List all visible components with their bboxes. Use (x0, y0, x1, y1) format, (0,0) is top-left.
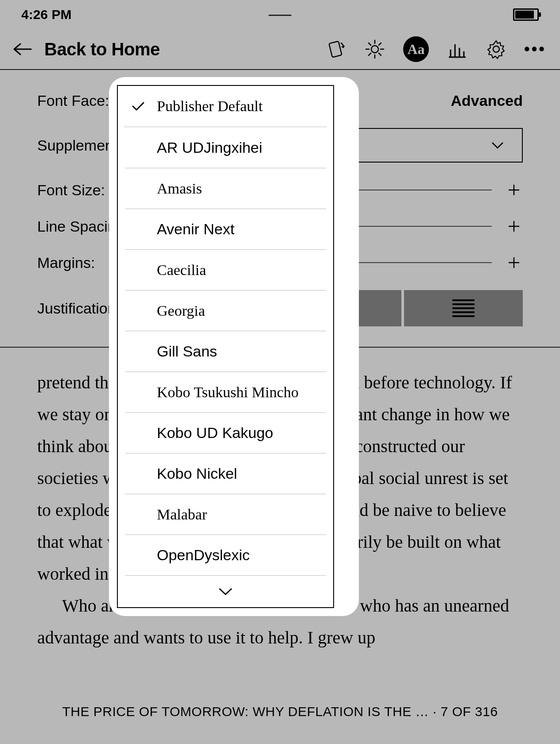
font-face-dropdown: Publisher Default AR UDJingxihei Amasis … (117, 85, 351, 608)
margins-increase[interactable] (505, 254, 523, 271)
chevron-down-icon (491, 141, 504, 149)
font-menu-more[interactable] (125, 575, 326, 607)
font-option-opendyslexic[interactable]: OpenDyslexic (125, 535, 326, 575)
svg-line-7 (379, 53, 381, 55)
font-option-amasis[interactable]: Amasis (125, 168, 326, 209)
font-option-publisher-default[interactable]: Publisher Default (118, 86, 333, 127)
page-footer: THE PRICE OF TOMORROW: WHY DEFLATION IS … (0, 704, 560, 719)
font-option-malabar[interactable]: Malabar (125, 494, 326, 535)
top-nav: Back to Home Aa ••• (0, 29, 560, 70)
font-option-label: Amasis (157, 180, 202, 197)
advanced-link[interactable]: Advanced (451, 92, 523, 109)
svg-point-15 (493, 46, 499, 52)
justify-full-button[interactable] (404, 290, 523, 326)
chevron-down-icon (218, 587, 233, 596)
font-option-label: Publisher Default (157, 98, 263, 115)
check-icon (131, 101, 145, 112)
font-option-label: Malabar (157, 506, 207, 523)
font-option-avenir-next[interactable]: Avenir Next (125, 209, 326, 249)
font-settings-icon[interactable]: Aa (403, 36, 429, 62)
font-option-label: Kobo UD Kakugo (157, 424, 273, 442)
font-option-label: Kobo Nickel (157, 465, 237, 482)
clock: 4:26 PM (21, 7, 71, 22)
font-option-caecilia[interactable]: Caecilia (125, 249, 326, 290)
gear-icon[interactable] (486, 39, 507, 60)
brightness-icon[interactable] (364, 39, 385, 60)
font-option-kobo-ud-kakugo[interactable]: Kobo UD Kakugo (125, 412, 326, 453)
font-option-label: Caecilia (157, 262, 206, 279)
font-option-label: Gill Sans (157, 343, 217, 360)
svg-line-6 (369, 43, 371, 45)
font-size-increase[interactable] (505, 181, 523, 199)
font-option-label: AR UDJingxihei (157, 139, 262, 156)
line-spacing-increase[interactable] (505, 217, 523, 235)
back-arrow-icon[interactable] (12, 41, 32, 57)
back-title[interactable]: Back to Home (44, 39, 160, 59)
rotate-icon[interactable] (325, 39, 346, 60)
svg-point-1 (371, 46, 378, 53)
svg-rect-0 (329, 41, 342, 57)
stats-icon[interactable] (447, 39, 468, 60)
font-option-kobo-tsukushi-mincho[interactable]: Kobo Tsukushi Mincho (125, 372, 326, 412)
font-option-label: OpenDyslexic (157, 546, 250, 564)
status-bar: 4:26 PM (0, 0, 560, 29)
drag-handle (268, 15, 292, 16)
font-option-georgia[interactable]: Georgia (125, 290, 326, 331)
font-option-label: Avenir Next (157, 221, 234, 238)
font-option-label: Kobo Tsukushi Mincho (157, 384, 299, 401)
font-option-label: Georgia (157, 302, 205, 319)
font-option-kobo-nickel[interactable]: Kobo Nickel (125, 453, 326, 494)
battery-icon (513, 8, 539, 21)
font-option-gill-sans[interactable]: Gill Sans (125, 331, 326, 372)
more-icon[interactable]: ••• (525, 39, 546, 60)
font-option-ar-udjingxihei[interactable]: AR UDJingxihei (118, 127, 333, 168)
svg-line-8 (369, 53, 371, 55)
align-justify-icon (452, 299, 474, 317)
svg-line-9 (379, 43, 381, 45)
